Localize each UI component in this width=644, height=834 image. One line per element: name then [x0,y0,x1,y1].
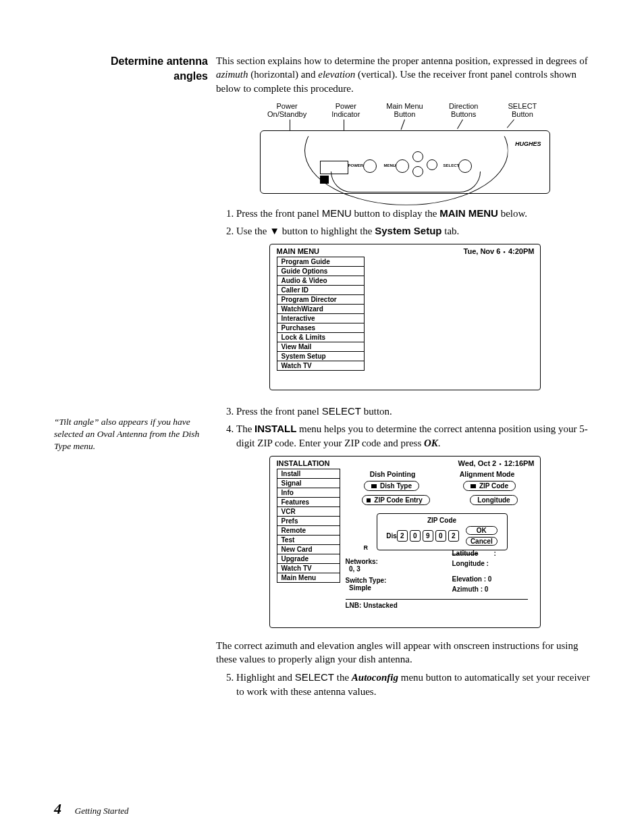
callout-direction-buttons: DirectionButtons [436,102,491,118]
front-panel-figure: PowerOn/Standby PowerIndicator Main Menu… [260,102,550,194]
power-button[interactable] [363,159,377,173]
steps-1-2: Press the front panel MENU button to dis… [216,206,593,238]
right-button[interactable] [427,159,437,170]
callout-select-button: SELECTButton [495,102,549,118]
section-row-2: “Tilt angle” also appears if you have se… [0,401,644,702]
lbl-longitude: Longitude : [452,560,489,567]
square-icon [471,484,476,488]
mm-system-setup[interactable]: System Setup [277,351,364,361]
label-power: POWER [348,163,364,167]
mm-purchases[interactable]: Purchases [277,323,364,332]
main-menu-list: Program Guide Guide Options Audio & Vide… [277,257,365,371]
brand-hughes: HUGHES [515,140,541,147]
btn-zip-code[interactable]: ZIP Code [463,481,516,491]
lbl-networks: Networks: 0, 3 [346,558,378,573]
zip-d2[interactable]: 0 [410,530,421,542]
inst-test[interactable]: Test [277,535,340,544]
zip-d3[interactable]: 9 [423,530,433,542]
down-triangle-icon: ▼ [269,226,279,236]
btn-cancel[interactable]: Cancel [466,537,498,546]
mm-program-guide[interactable]: Program Guide [277,257,364,266]
directv-logo [320,176,329,184]
lbl-elevation: Elevation : 0 [452,575,492,583]
step-3: Press the front panel SELECT button. [236,404,593,419]
zip-digits: 2 0 9 0 2 [397,530,459,542]
zip-d5[interactable]: 2 [448,530,459,542]
inst-prefs[interactable]: Prefs [277,516,340,525]
text-main-menu: MAIN MENU [439,207,498,219]
inst-vcr[interactable]: VCR [277,506,340,516]
down-button[interactable] [412,166,423,177]
inst-remote[interactable]: Remote [277,525,340,535]
dolby-logo [320,161,348,174]
install-title: INSTALLATION [277,459,330,467]
mm-audio-video[interactable]: Audio & Video [277,276,364,285]
inst-features[interactable]: Features [277,497,340,506]
section-title: Determine antenna angles [0,54,208,83]
lbl-lnb: LNB: Unstacked [346,599,528,609]
inst-install[interactable]: Install [277,469,340,478]
hdr-alignment-mode: Alignment Mode [440,470,535,478]
lbl-switch-type: Switch Type: Simple [346,577,387,592]
text-select: SELECT [322,405,361,417]
outro-paragraph: The correct azimuth and elevation angles… [216,639,593,667]
square-icon [367,498,371,502]
step-5: Highlight and SELECT the Autoconfig menu… [236,670,593,699]
mm-lock-limits[interactable]: Lock & Limits [277,332,364,342]
zip-prefix-dis: Dis [386,532,397,540]
intro-text: This section explains how to determine t… [216,55,588,66]
zip-d4[interactable]: 0 [435,530,446,542]
callout-power-standby: PowerOn/Standby [260,102,315,118]
steps-5: Highlight and SELECT the Autoconfig menu… [216,670,593,699]
mm-watch-tv[interactable]: Watch TV [277,361,364,370]
mm-watchwizard[interactable]: WatchWizard [277,304,364,313]
inst-info[interactable]: Info [277,488,340,497]
select-button[interactable] [458,159,472,173]
label-menu: MENU [384,163,396,167]
section-row: Determine antenna angles This section ex… [0,54,644,401]
mm-program-director[interactable]: Program Director [277,294,364,304]
label-select: SELECT [444,163,460,167]
mm-guide-options[interactable]: Guide Options [277,266,364,276]
installation-screen: INSTALLATION Wed, Oct 212:16PM Install S… [269,456,541,628]
intro-paragraph: This section explains how to determine t… [216,54,593,95]
section-body-col: This section explains how to determine t… [216,54,644,401]
step-4: The INSTALL menu helps you to determine … [236,421,593,450]
steps-3-4: Press the front panel SELECT button. The… [216,404,593,450]
text-autoconfig: Autoconfig [352,672,398,683]
btn-ok[interactable]: OK [466,526,498,535]
sidenote-col: “Tilt angle” also appears if you have se… [0,401,216,702]
mm-caller-id[interactable]: Caller ID [277,285,364,294]
inst-watch-tv[interactable]: Watch TV [277,563,340,573]
inst-signal[interactable]: Signal [277,478,340,488]
menu-button[interactable] [396,159,409,173]
mm-interactive[interactable]: Interactive [277,313,364,323]
btn-dish-type[interactable]: Dish Type [364,481,419,491]
zip-popup-title: ZIP Code [381,517,503,524]
mm-view-mail[interactable]: View Mail [277,342,364,351]
panel-outline: POWER MENU SELECT HUGHES [260,130,550,194]
text-ok: OK [424,438,438,448]
hdr-dish-pointing: Dish Pointing [346,470,440,478]
step-1: Press the front panel MENU button to dis… [236,206,593,221]
page-footer: 4 Getting Started [54,800,129,818]
zip-d1[interactable]: 2 [397,530,408,542]
zip-popup: ZIP Code Dis 2 0 9 0 2 [377,513,508,550]
main-menu-screen: MAIN MENU Tue, Nov 64:20PM Program Guide… [269,244,541,390]
intro-azimuth: azimuth [216,69,248,80]
inst-main-menu[interactable]: Main Menu [277,573,340,582]
step-2: Use the ▼ button to highlight the System… [236,224,593,238]
btn-longitude[interactable]: Longitude [470,495,517,505]
inst-new-card[interactable]: New Card [277,544,340,554]
lbl-latitude: Latitude [452,550,479,557]
install-datetime: Wed, Oct 212:16PM [458,459,535,467]
lbl-colon1: : [494,550,496,557]
body-col-2: Press the front panel SELECT button. The… [216,401,644,702]
dot-icon [496,459,504,467]
inst-upgrade[interactable]: Upgrade [277,554,340,563]
main-menu-datetime: Tue, Nov 64:20PM [464,247,535,255]
text-system-setup: System Setup [375,225,441,236]
btn-zip-entry[interactable]: ZIP Code Entry [362,495,430,505]
panel-callouts: PowerOn/Standby PowerIndicator Main Menu… [260,102,550,118]
up-button[interactable] [412,151,423,162]
